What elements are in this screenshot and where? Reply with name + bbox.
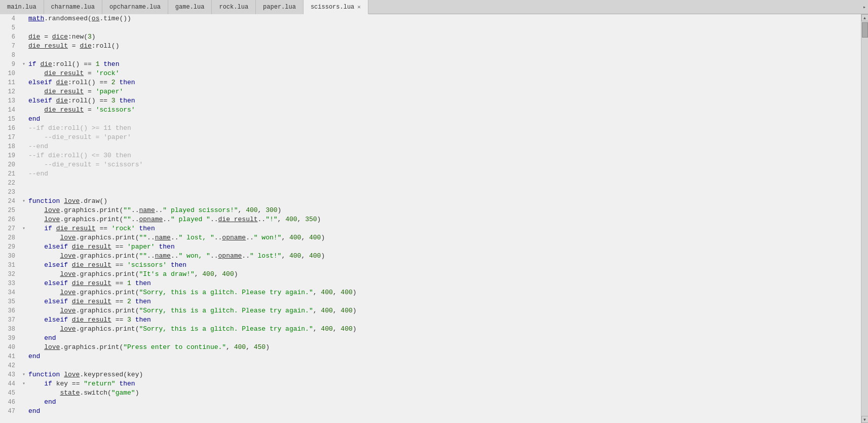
line-14: 14 die_result = 'scissors'	[0, 105, 861, 115]
line-29: 29 elseif die_result == 'paper' then	[0, 242, 861, 252]
scrollbar-right: ▲ ▼	[861, 14, 868, 423]
line-9: 9 ▾ if die:roll() == 1 then	[0, 60, 861, 69]
line-26: 26 love.graphics.print(""..opname.." pla…	[0, 215, 861, 224]
tab-main-lua[interactable]: main.lua	[0, 0, 44, 14]
line-39: 39 end	[0, 334, 861, 343]
tab-scroll-right[interactable]: ▸	[861, 0, 868, 14]
tab-paper-lua[interactable]: paper.lua	[256, 0, 304, 14]
tab-bar: main.lua charname.lua opcharname.lua gam…	[0, 0, 868, 14]
line-22: 22	[0, 179, 861, 188]
line-30: 30 love.graphics.print(""..name.." won, …	[0, 252, 861, 261]
line-6: 6 die = dice:new(3)	[0, 32, 861, 42]
line-27: 27 ▾ if die_result == 'rock' then	[0, 224, 861, 233]
line-21: 21 --end	[0, 169, 861, 179]
line-19: 19 --if die:roll() <= 30 then	[0, 151, 861, 160]
editor-container: 4 math.randomseed(os.time()) 5 6 die = d…	[0, 14, 868, 423]
line-7: 7 die_result = die:roll()	[0, 42, 861, 51]
code-lines: 4 math.randomseed(os.time()) 5 6 die = d…	[0, 14, 861, 416]
line-31: 31 elseif die_result == 'scissors' then	[0, 261, 861, 270]
line-40: 40 love.graphics.print("Press enter to c…	[0, 343, 861, 352]
line-18: 18 --end	[0, 142, 861, 151]
line-4: 4 math.randomseed(os.time())	[0, 14, 861, 23]
line-16: 16 --if die:roll() >= 11 then	[0, 124, 861, 133]
line-23: 23	[0, 188, 861, 197]
line-11: 11 elseif die:roll() == 2 then	[0, 78, 861, 87]
line-41: 41 end	[0, 352, 861, 361]
scroll-down-arrow[interactable]: ▼	[861, 416, 869, 423]
line-10: 10 die_result = 'rock'	[0, 69, 861, 78]
line-32: 32 love.graphics.print("It's a draw!", 4…	[0, 270, 861, 279]
tab-charname-lua[interactable]: charname.lua	[44, 0, 102, 14]
line-46: 46 end	[0, 398, 861, 407]
close-tab-icon[interactable]: ✕	[357, 4, 361, 10]
line-44: 44 ▾ if key == "return" then	[0, 379, 861, 389]
tab-rock-lua[interactable]: rock.lua	[212, 0, 256, 14]
line-20: 20 --die_result = 'scissors'	[0, 160, 861, 169]
line-34: 34 love.graphics.print("Sorry, this is a…	[0, 288, 861, 297]
tab-game-lua[interactable]: game.lua	[168, 0, 212, 14]
line-12: 12 die_result = 'paper'	[0, 87, 861, 96]
scrollbar-thumb[interactable]	[862, 22, 868, 38]
line-28: 28 love.graphics.print(""..name.." lost,…	[0, 233, 861, 242]
line-15: 15 end	[0, 115, 861, 124]
line-8: 8	[0, 51, 861, 60]
line-5: 5	[0, 23, 861, 32]
line-25: 25 love.graphics.print(""..name.." playe…	[0, 206, 861, 215]
scroll-up-arrow[interactable]: ▲	[861, 14, 869, 21]
tab-scissors-lua[interactable]: scissors.lua ✕	[304, 0, 368, 14]
tab-opcharname-lua[interactable]: opcharname.lua	[102, 0, 168, 14]
line-33: 33 elseif die_result == 1 then	[0, 279, 861, 288]
line-43: 43 ▾ function love.keypressed(key)	[0, 370, 861, 379]
line-45: 45 state.switch("game")	[0, 389, 861, 398]
line-37: 37 elseif die_result == 3 then	[0, 315, 861, 325]
code-area[interactable]: 4 math.randomseed(os.time()) 5 6 die = d…	[0, 14, 861, 423]
line-47: 47 end	[0, 407, 861, 416]
line-17: 17 --die_result = 'paper'	[0, 133, 861, 142]
line-35: 35 elseif die_result == 2 then	[0, 297, 861, 306]
line-36: 36 love.graphics.print("Sorry, this is a…	[0, 306, 861, 315]
line-13: 13 elseif die:roll() == 3 then	[0, 96, 861, 105]
line-38: 38 love.graphics.print("Sorry, this is a…	[0, 325, 861, 334]
line-24: 24 ▾ function love.draw()	[0, 197, 861, 206]
line-42: 42	[0, 361, 861, 370]
